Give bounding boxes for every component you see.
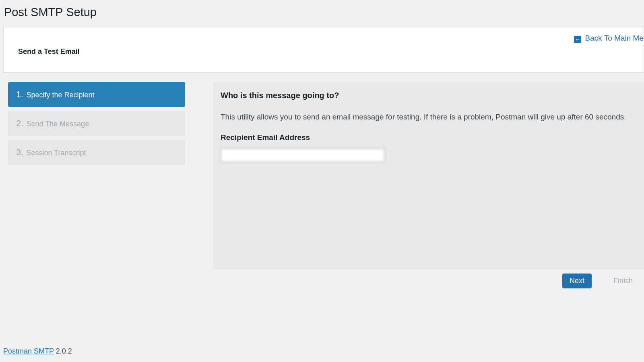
step-session-transcript[interactable]: 3. Session Transcript [8, 140, 185, 165]
card-title: Send a Test Email [18, 47, 632, 56]
next-button[interactable]: Next [562, 274, 592, 288]
step-number: 1. [16, 89, 23, 99]
wizard: 1. Specify the Recipient 2. Send The Mes… [3, 82, 641, 288]
page-title: Post SMTP Setup [4, 6, 641, 19]
footer: Postman SMTP 2.0.2 [3, 347, 72, 356]
recipient-email-input[interactable] [221, 148, 385, 162]
step-label: Send The Message [26, 120, 89, 128]
step-specify-recipient[interactable]: 1. Specify the Recipient [8, 82, 185, 107]
panel-description: This utility allows you to send an email… [221, 111, 636, 123]
step-number: 3. [16, 147, 23, 157]
card-header: ← Back To Main Me Send a Test Email [3, 27, 644, 72]
wizard-buttons: Next Finish [213, 269, 644, 288]
panel: Who is this message going to? This utili… [213, 82, 644, 269]
step-label: Specify the Recipient [26, 91, 94, 99]
panel-heading: Who is this message going to? [221, 91, 636, 100]
version-text: 2.0.2 [54, 347, 72, 355]
back-to-main-label: Back To Main Me [585, 34, 644, 42]
recipient-email-label: Recipient Email Address [221, 133, 636, 142]
finish-button: Finish [606, 274, 640, 288]
back-to-main-link[interactable]: ← Back To Main Me [574, 34, 644, 43]
back-arrow-icon: ← [574, 36, 581, 43]
panel-wrap: Who is this message going to? This utili… [213, 82, 641, 288]
step-label: Session Transcript [26, 149, 86, 157]
step-send-message[interactable]: 2. Send The Message [8, 111, 185, 136]
postman-smtp-link[interactable]: Postman SMTP [3, 347, 54, 355]
steps-list: 1. Specify the Recipient 2. Send The Mes… [8, 82, 185, 288]
step-number: 2. [16, 118, 23, 128]
